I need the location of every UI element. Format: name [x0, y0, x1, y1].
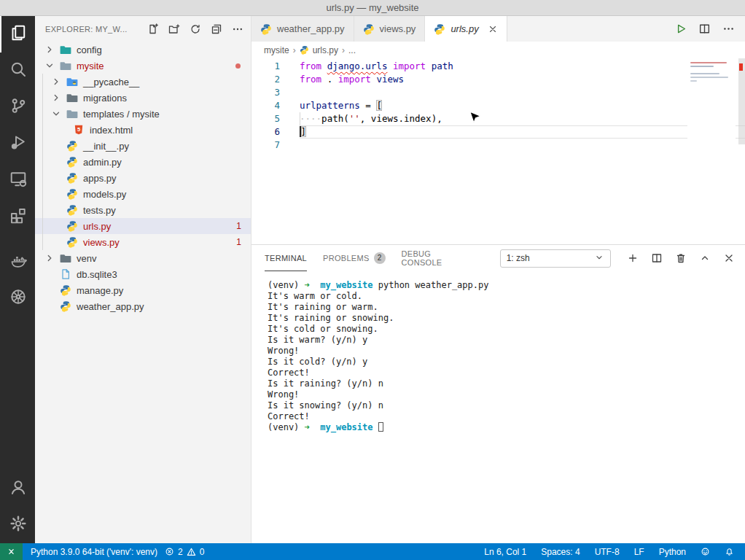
language-mode[interactable]: Python	[655, 543, 690, 560]
breadcrumb-segment[interactable]: mysite	[264, 45, 289, 55]
line-number-gutter: 1234567	[251, 58, 300, 244]
code-token: path(	[321, 113, 349, 124]
tree-item--init-py[interactable]: __init__.py	[35, 138, 251, 154]
problem-count-badge: 1	[236, 237, 241, 247]
tree-item-venv[interactable]: venv	[35, 250, 251, 266]
tree-item-label: weather_app.py	[77, 301, 144, 312]
editor-tab-weather_app-py[interactable]: weather_app.py	[251, 16, 354, 42]
breadcrumb-segment[interactable]: urls.py	[313, 45, 338, 55]
tree-item-label: views.py	[83, 237, 120, 248]
tree-item-label: urls.py	[83, 221, 111, 232]
line-number: 1	[251, 60, 300, 73]
collapse-folders-icon[interactable]	[211, 23, 222, 35]
close-icon[interactable]	[488, 24, 498, 34]
tree-item-tests-py[interactable]: tests.py	[35, 202, 251, 218]
editor-tab-views-py[interactable]: views.py	[354, 16, 426, 42]
maximize-panel-icon[interactable]	[699, 252, 711, 264]
activity-settings[interactable]	[0, 507, 35, 543]
activity-extensions[interactable]	[0, 198, 35, 235]
indentation[interactable]: Spaces: 4	[537, 543, 583, 560]
tree-item-models-py[interactable]: models.py	[35, 186, 251, 202]
code-token: =	[360, 100, 377, 111]
chevron-spacer	[50, 172, 62, 184]
code-token: urlpatterns	[300, 100, 360, 111]
activity-explorer[interactable]	[0, 16, 35, 52]
code-editor[interactable]: 1234567 from django.urls import pathfrom…	[251, 58, 745, 244]
more-actions-icon[interactable]	[722, 23, 735, 35]
split-terminal-icon[interactable]	[651, 252, 663, 264]
tree-item-migrations[interactable]: migrations	[35, 90, 251, 106]
feedback-button[interactable]	[697, 543, 714, 560]
python-interpreter[interactable]: Python 3.9.0 64-bit ('venv': venv)	[27, 543, 161, 560]
editor-scrollbar[interactable]	[738, 58, 745, 144]
docker-icon	[9, 252, 27, 272]
chevron-spacer	[57, 124, 69, 136]
terminal-text: Correct!	[268, 411, 310, 421]
tab-problems[interactable]: PROBLEMS 2	[323, 245, 386, 271]
tree-item-manage-py[interactable]: manage.py	[35, 282, 251, 298]
tree-item-views-py[interactable]: views.py1	[35, 234, 251, 250]
terminal-line: Is it cold? (y/n) y	[268, 357, 745, 368]
refresh-explorer-icon[interactable]	[190, 23, 201, 35]
tree-item-urls-py[interactable]: urls.py1	[35, 218, 251, 234]
more-actions-icon[interactable]	[232, 23, 243, 35]
tab-terminal[interactable]: TERMINAL	[265, 245, 307, 271]
tree-item-config[interactable]: config	[35, 42, 251, 58]
tree-item-index-html[interactable]: 5index.html	[35, 122, 251, 138]
encoding[interactable]: UTF-8	[591, 543, 623, 560]
kubernetes-icon	[9, 288, 27, 308]
code-line-7	[300, 139, 745, 152]
terminal-shell-selector[interactable]: 1: zsh	[500, 249, 611, 268]
tree-item-db-sqlite3[interactable]: db.sqlite3	[35, 266, 251, 282]
new-terminal-icon[interactable]	[627, 252, 639, 264]
remote-indicator[interactable]	[0, 543, 23, 560]
split-editor-icon[interactable]	[698, 23, 711, 35]
activity-search[interactable]	[0, 52, 35, 89]
new-file-icon[interactable]	[147, 23, 159, 35]
code-token	[387, 61, 393, 71]
tree-item-mysite[interactable]: mysite	[35, 58, 251, 74]
tree-item-apps-py[interactable]: apps.py	[35, 170, 251, 186]
cursor-position[interactable]: Ln 6, Col 1	[480, 543, 530, 560]
file-tree: configmysite__pycache__migrationstemplat…	[35, 42, 251, 314]
terminal-line: Is it warm? (y/n) y	[268, 335, 745, 346]
problems-summary[interactable]: 2 0	[161, 543, 208, 560]
activity-remote-explorer[interactable]	[0, 162, 35, 198]
run-python-file-icon[interactable]	[674, 23, 687, 35]
tree-item-label: manage.py	[77, 285, 123, 296]
editor-tab-urls-py[interactable]: urls.py	[425, 16, 507, 42]
activity-accounts[interactable]	[0, 470, 35, 507]
terminal-text	[373, 422, 378, 432]
notifications-button[interactable]	[721, 543, 738, 560]
tree-item-label: apps.py	[83, 173, 117, 184]
new-folder-icon[interactable]	[168, 23, 180, 35]
activity-run-and-debug[interactable]	[0, 125, 35, 162]
close-panel-icon[interactable]	[723, 252, 735, 264]
chevron-down-icon	[594, 252, 604, 265]
terminal-line: Wrong!	[268, 346, 745, 357]
breadcrumb-segment[interactable]: ...	[348, 45, 356, 55]
activity-kubernetes[interactable]	[0, 280, 35, 316]
title-bar: urls.py — my_website	[0, 0, 745, 16]
terminal-tab-label: TERMINAL	[265, 254, 307, 262]
tree-item-weather-app-py[interactable]: weather_app.py	[35, 298, 251, 314]
minimap[interactable]	[687, 58, 736, 244]
terminal-output[interactable]: (venv) ➜ my_website python weather_app.p…	[251, 271, 745, 543]
code-token: [	[376, 100, 382, 111]
tab-debug-console[interactable]: DEBUG CONSOLE	[402, 245, 465, 271]
eol-sequence[interactable]: LF	[631, 543, 648, 560]
remote-icon	[7, 547, 16, 556]
panel-header: TERMINAL PROBLEMS 2 DEBUG CONSOLE 1: zsh	[251, 245, 745, 271]
tree-item-admin-py[interactable]: admin.py	[35, 154, 251, 170]
debug-icon	[9, 133, 27, 154]
activity-source-control[interactable]	[0, 89, 35, 125]
kill-terminal-icon[interactable]	[675, 252, 687, 264]
problem-count-badge: 1	[236, 221, 241, 231]
problems-tab-label: PROBLEMS	[323, 254, 370, 262]
overview-ruler-error-mark	[739, 63, 743, 71]
folder-icon	[60, 252, 72, 264]
tree-item--pycache-[interactable]: __pycache__	[35, 74, 251, 90]
activity-docker[interactable]	[0, 244, 35, 280]
terminal-text	[310, 422, 320, 432]
tree-item-templates-mysite[interactable]: templates / mysite	[35, 106, 251, 122]
